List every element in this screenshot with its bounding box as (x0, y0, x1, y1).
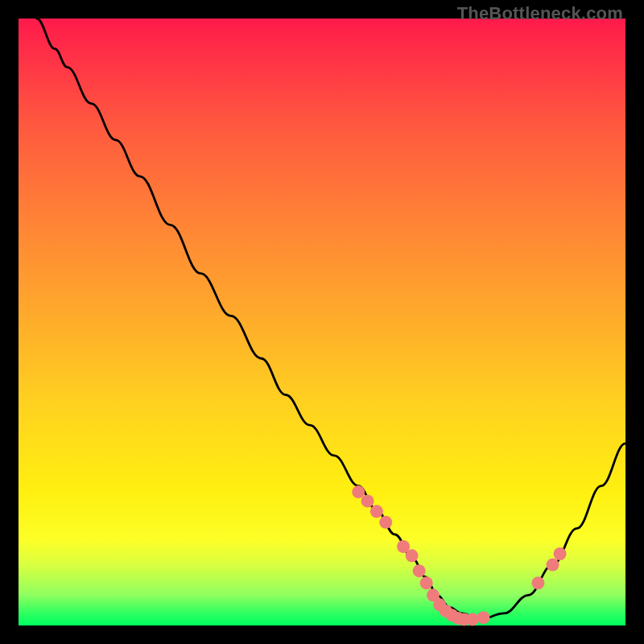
highlight-marker (370, 505, 383, 518)
highlight-marker (531, 576, 544, 589)
highlight-marker (361, 494, 374, 507)
highlight-marker (406, 549, 419, 562)
highlight-marker (477, 611, 490, 624)
watermark-label: TheBottleneck.com (457, 3, 623, 24)
highlight-marker (352, 485, 365, 498)
highlight-marker (379, 516, 392, 529)
highlight-marker (547, 559, 559, 572)
highlight-marker (420, 576, 433, 589)
bottleneck-curve-svg (19, 19, 625, 625)
curve-path (37, 19, 625, 619)
highlight-marker (413, 564, 426, 577)
highlight-marker (466, 613, 479, 625)
highlight-marker (554, 547, 567, 560)
chart-plot-area (19, 19, 625, 625)
